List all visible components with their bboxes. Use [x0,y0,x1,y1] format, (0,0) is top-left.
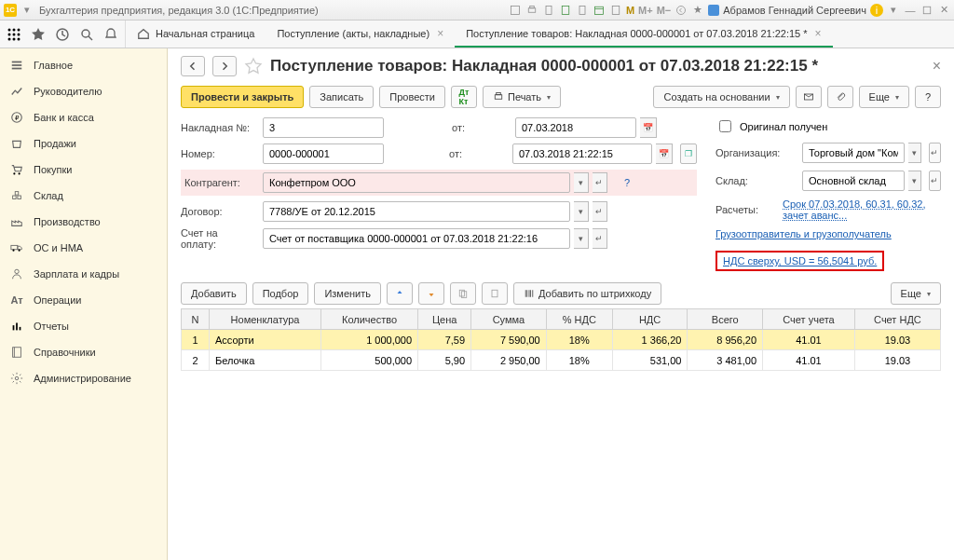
open-button[interactable]: ↵ [593,228,607,249]
bell-icon[interactable] [102,26,119,43]
warehouse-input[interactable] [802,171,905,191]
search-icon[interactable] [78,26,95,43]
new-page-icon[interactable]: ❐ [680,143,697,164]
invoice-no-input[interactable] [263,117,384,138]
star-toolbar-icon[interactable] [30,26,47,43]
star-small-icon[interactable]: ★ [691,4,704,17]
open-button[interactable]: ↵ [593,201,607,222]
svg-rect-0 [511,6,519,14]
dropdown-button[interactable]: ▾ [574,172,589,193]
clipboard-icon[interactable] [542,4,555,17]
dropdown-button[interactable]: ▾ [908,171,920,191]
write-button[interactable]: Записать [309,86,374,108]
move-down-button[interactable] [418,282,444,305]
dt-kt-button[interactable]: ДтКт [451,86,477,108]
calendar-button[interactable]: 📅 [640,117,657,138]
edit-button[interactable]: Изменить [314,282,381,305]
close-window-icon[interactable]: ✕ [937,4,950,17]
vat-link[interactable]: НДС сверху, USD = 56,5041 руб. [723,255,877,266]
m-plus-icon[interactable]: М+ [638,5,653,16]
original-received-checkbox[interactable]: Оригинал получен [716,117,941,135]
table-row[interactable]: 2 Белочка 500,000 5,90 2 950,00 18% 531,… [182,350,941,371]
contract-input[interactable] [263,201,570,222]
settlements-link[interactable]: Срок 07.03.2018, 60.31, 60.32, зачет ава… [783,198,941,221]
move-up-button[interactable] [387,282,413,305]
help-link[interactable]: ? [615,177,689,188]
tab-current-doc[interactable]: Поступление товаров: Накладная 0000-0000… [455,20,832,48]
number-date-input[interactable] [512,143,652,164]
create-based-button[interactable]: Создать на основании▾ [653,86,789,108]
shipper-link[interactable]: Грузоотправитель и грузополучатель [716,228,892,239]
print-button[interactable]: Печать▾ [483,86,561,108]
more-button[interactable]: Еще▾ [859,86,909,108]
dropdown-button[interactable]: ▾ [574,201,589,222]
favorite-icon[interactable] [244,57,263,75]
doc-icon[interactable] [559,4,572,17]
back-circle-icon[interactable] [675,4,688,17]
sidebar: Главное Руководителю ₽Банк и касса Прода… [0,48,168,560]
sidebar-item-production[interactable]: Производство [0,209,167,235]
m-large-icon[interactable]: М [626,5,634,16]
open-button[interactable]: ↵ [929,143,941,163]
open-button[interactable]: ↵ [593,172,607,193]
sidebar-item-main[interactable]: Главное [0,52,167,78]
tab-home[interactable]: Начальная страница [126,20,266,48]
calendar-button[interactable]: 📅 [656,143,673,164]
close-icon[interactable]: × [437,27,443,40]
paste-button[interactable] [482,282,508,305]
invoice-date-input[interactable] [515,117,636,138]
sidebar-item-assets[interactable]: ОС и НМА [0,235,167,261]
open-button[interactable]: ↵ [929,171,941,191]
sidebar-item-bank[interactable]: ₽Банк и касса [0,104,167,130]
warehouse-label: Склад: [716,175,795,186]
close-icon[interactable]: × [815,27,822,40]
post-and-close-button[interactable]: Провести и закрыть [181,86,304,108]
close-document-icon[interactable]: × [933,58,941,75]
sidebar-item-warehouse[interactable]: Склад [0,183,167,209]
nav-back-button[interactable] [181,56,205,76]
org-input[interactable] [802,143,905,163]
nav-forward-button[interactable] [212,56,237,76]
sidebar-item-leader[interactable]: Руководителю [0,78,167,104]
items-table[interactable]: N Номенклатура Количество Цена Сумма % Н… [181,308,941,371]
envelope-button[interactable] [796,86,822,108]
add-by-barcode-button[interactable]: Добавить по штрихкоду [513,282,661,305]
app-icon[interactable] [509,4,522,17]
sidebar-item-sales[interactable]: Продажи [0,130,167,157]
contractor-input[interactable] [263,172,570,193]
sidebar-item-purchases[interactable]: Покупки [0,157,167,183]
dropdown2-icon[interactable]: ▾ [887,4,900,17]
print-icon[interactable] [525,4,538,17]
table-row[interactable]: 1 Ассорти 1 000,000 7,59 7 590,00 18% 1 … [182,330,941,350]
minimize-icon[interactable]: — [904,4,917,17]
help-button[interactable]: ? [915,86,941,108]
tab-receipts[interactable]: Поступление (акты, накладные) × [266,20,455,48]
number-input[interactable] [263,143,384,164]
sidebar-item-reports[interactable]: Отчеты [0,313,167,339]
sidebar-item-salary[interactable]: Зарплата и кадры [0,261,167,287]
add-row-button[interactable]: Добавить [181,282,247,305]
original-checkbox[interactable] [719,120,731,132]
select-button[interactable]: Подбор [252,282,309,305]
sidebar-item-directories[interactable]: Справочники [0,339,167,365]
dropdown-button[interactable]: ▾ [574,228,589,249]
svg-rect-44 [497,93,501,95]
sidebar-item-admin[interactable]: Администрирование [0,365,167,391]
svg-rect-32 [15,192,19,196]
pay-invoice-input[interactable] [263,228,570,249]
apps-grid-icon[interactable] [6,26,22,43]
calc-icon[interactable] [609,4,622,17]
info-icon[interactable]: i [870,4,883,17]
post-button[interactable]: Провести [379,86,445,108]
attach-button[interactable] [827,86,853,108]
dropdown-icon[interactable]: ▾ [20,4,34,17]
table-more-button[interactable]: Еще▾ [891,282,941,305]
page-icon[interactable] [576,4,589,17]
copy-button[interactable] [450,282,476,305]
history-icon[interactable] [54,26,71,43]
m-minus-icon[interactable]: М− [657,5,672,16]
sidebar-item-operations[interactable]: АтОперации [0,287,167,313]
dropdown-button[interactable]: ▾ [908,143,920,163]
maximize-icon[interactable] [920,4,934,17]
calendar-icon[interactable] [593,4,606,17]
